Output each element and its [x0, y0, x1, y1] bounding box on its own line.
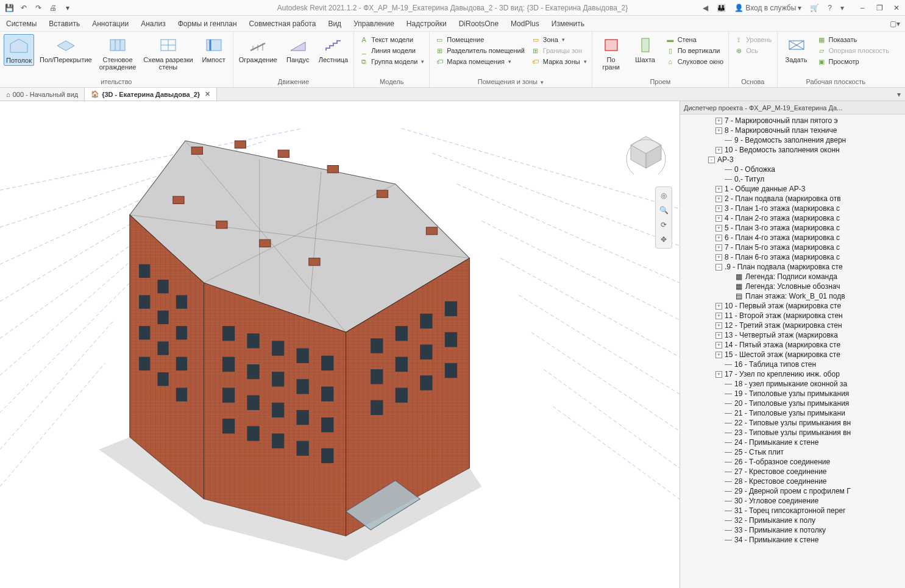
model-group-button[interactable]: ⧉Группа модели▾: [358, 56, 425, 67]
tree-item[interactable]: —31 - Торец гипсокартонной перег: [680, 506, 905, 515]
qat-redo-icon[interactable]: ↷: [32, 2, 45, 14]
expand-toggle[interactable]: +: [715, 118, 722, 124]
tree-item[interactable]: +15 - Шестой этаж (маркировка сте: [680, 350, 905, 360]
project-browser-tree[interactable]: +7 - Маркировочный план пятого э+8 - Мар…: [680, 115, 905, 588]
room-tag-button[interactable]: 🏷Марка помещения▾: [433, 56, 526, 67]
mullion-button[interactable]: Импост: [199, 34, 229, 65]
vertical-opening-button[interactable]: ▯По вертикали: [664, 45, 725, 56]
tree-item[interactable]: —27 - Крестовое соединение: [680, 467, 905, 476]
tab-modify[interactable]: Изменить: [545, 16, 591, 31]
tree-item[interactable]: +17 - Узел по креплению инж. обор: [680, 369, 905, 379]
fullnav-icon[interactable]: ◎: [658, 190, 670, 202]
tab-insert[interactable]: Вставить: [43, 16, 86, 31]
tree-item[interactable]: —26 - Т-образное соединение: [680, 457, 905, 467]
tree-item[interactable]: +10 - Ведомость заполнения оконн: [680, 145, 905, 155]
tab-view[interactable]: Вид: [322, 16, 347, 31]
close-button[interactable]: ✕: [890, 4, 903, 12]
expand-toggle[interactable]: +: [715, 342, 722, 349]
room-separator-button[interactable]: ⊞Разделитель помещений: [433, 45, 526, 56]
viewtab-starting[interactable]: ⌂ 000 - Начальный вид: [0, 88, 85, 101]
signin-button[interactable]: 👤 Вход в службы ▾: [732, 2, 804, 13]
expand-toggle[interactable]: +: [715, 303, 722, 310]
restore-button[interactable]: ❐: [873, 4, 885, 12]
tree-item[interactable]: +12 - Третий этаж (маркировка стен: [680, 321, 905, 330]
floor-button[interactable]: Пол/Перекрытие: [38, 34, 94, 65]
3d-canvas[interactable]: ◎ 🔍 ⟳ ✥: [0, 101, 680, 588]
expand-toggle[interactable]: +: [715, 127, 722, 134]
expand-toggle[interactable]: +: [715, 186, 722, 193]
tree-item[interactable]: —32 - Примыкание к полу: [680, 515, 905, 525]
tree-item[interactable]: +10 - Первый этаж (маркировка сте: [680, 301, 905, 311]
tree-item[interactable]: —34 - Примыкание к стене: [680, 535, 905, 545]
set-button[interactable]: Задать: [781, 34, 812, 65]
tab-modplus[interactable]: ModPlus: [505, 16, 545, 31]
pan-icon[interactable]: ✥: [658, 233, 670, 246]
wall-opening-button[interactable]: ▬Стена: [664, 34, 725, 45]
expand-toggle[interactable]: +: [715, 225, 722, 232]
qat-dropdown-icon[interactable]: ▾: [61, 2, 74, 14]
tree-item[interactable]: —24 - Примыкание к стене: [680, 437, 905, 447]
model-text-button[interactable]: AТекст модели: [358, 34, 425, 45]
orbit-icon[interactable]: ⟳: [658, 219, 670, 231]
tree-item[interactable]: —22 - Типовые узлы примыкания вн: [680, 418, 905, 428]
tree-item[interactable]: +7 - Маркировочный план пятого э: [680, 116, 905, 126]
ceiling-button[interactable]: Потолок: [4, 34, 34, 66]
tree-item[interactable]: +8 - Маркировочный план техниче: [680, 126, 905, 135]
tree-item[interactable]: +6 - План 4-го этажа (маркировка с: [680, 233, 905, 243]
tree-item[interactable]: +4 - План 2-го этажа (маркировка с: [680, 213, 905, 223]
railing-button[interactable]: Ограждение: [237, 34, 279, 65]
qat-print-icon[interactable]: 🖨: [46, 2, 60, 14]
qat-save-icon[interactable]: 💾: [2, 2, 16, 14]
tab-collab[interactable]: Совместная работа: [243, 16, 322, 31]
shaft-button[interactable]: Шахта: [630, 34, 661, 65]
viewtabs-dropdown[interactable]: ▾: [893, 88, 905, 101]
expand-toggle[interactable]: +: [715, 244, 722, 251]
tree-item[interactable]: —18 - узел примыкание оконной за: [680, 379, 905, 389]
tree-item[interactable]: —19 - Типоловые узлы примыкания: [680, 389, 905, 398]
model-line-button[interactable]: ⎯Линия модели: [358, 45, 425, 56]
tree-item[interactable]: +2 - План подвала (маркировка отв: [680, 194, 905, 204]
tree-item[interactable]: ▦Легенда: Подписи команда: [680, 272, 905, 282]
ribbon-hide-icon[interactable]: ▢▾: [890, 19, 900, 28]
tab-manage[interactable]: Управление: [347, 16, 400, 31]
expand-toggle[interactable]: +: [715, 254, 722, 261]
tree-item[interactable]: —20 - Типоловые узлы примыкания: [680, 398, 905, 408]
tab-addins[interactable]: Надстройки: [400, 16, 453, 31]
tree-item[interactable]: +8 - План 6-го этажа (маркировка с: [680, 252, 905, 262]
tree-item[interactable]: ▦Легенда: Условные обознач: [680, 282, 905, 291]
expand-toggle[interactable]: +: [715, 215, 722, 222]
viewer-button[interactable]: ▣Просмотр: [815, 56, 890, 67]
tree-item[interactable]: +14 - Пятый этажа (маркировка сте: [680, 340, 905, 350]
keyword-icon[interactable]: ◀: [700, 2, 711, 13]
expand-toggle[interactable]: +: [715, 322, 722, 329]
tab-analyze[interactable]: Анализ: [135, 16, 172, 31]
tab-massing[interactable]: Формы и генплан: [172, 16, 243, 31]
exchange-icon[interactable]: 🛒: [807, 2, 822, 13]
expand-toggle[interactable]: +: [715, 352, 722, 358]
tree-item[interactable]: +1 - Общие данные АР-3: [680, 184, 905, 194]
expand-toggle[interactable]: +: [715, 332, 722, 339]
area-button[interactable]: ▭Зона▾: [530, 34, 588, 45]
tree-item[interactable]: —0.- Титул: [680, 174, 905, 184]
room-button[interactable]: ▭Помещение: [433, 34, 526, 45]
project-browser-title[interactable]: Диспетчер проекта - ФX_АР_М-19_Екатерина…: [680, 101, 905, 115]
zoom-icon[interactable]: 🔍: [658, 204, 670, 216]
tree-item[interactable]: —29 - Дверной проем с профилем Г: [680, 486, 905, 496]
chevron-down-icon[interactable]: ▾: [838, 2, 846, 13]
minimize-button[interactable]: –: [856, 4, 868, 12]
expand-toggle[interactable]: +: [715, 147, 722, 154]
tree-item[interactable]: —21 - Типоловые узлы примыкани: [680, 408, 905, 418]
expand-toggle[interactable]: +: [715, 196, 722, 202]
help-icon[interactable]: ?: [825, 2, 834, 13]
viewcube[interactable]: [625, 132, 667, 174]
expand-toggle[interactable]: +: [715, 205, 722, 212]
expand-toggle[interactable]: +: [715, 313, 722, 319]
tree-item[interactable]: —33 - Примыкание к потолку: [680, 525, 905, 535]
expand-toggle[interactable]: +: [715, 371, 722, 378]
tree-item[interactable]: —30 - Угловое соединение: [680, 496, 905, 506]
tree-item[interactable]: +3 - План 1-го этажа (маркировка с: [680, 204, 905, 213]
search-icon-small[interactable]: 👪: [714, 2, 728, 13]
tree-item[interactable]: —25 - Стык плит: [680, 447, 905, 457]
qat-undo-icon[interactable]: ↶: [17, 2, 30, 14]
tab-diroots[interactable]: DiRootsOne: [453, 16, 505, 31]
